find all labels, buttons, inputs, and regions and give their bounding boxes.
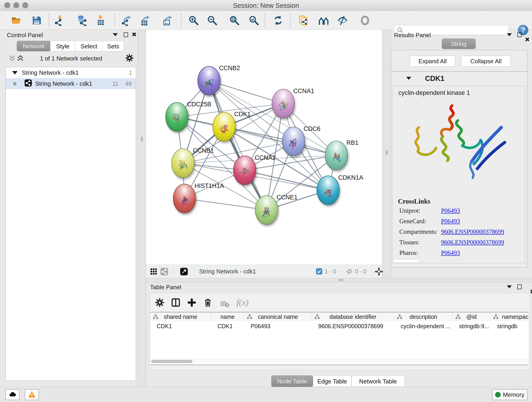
network-node-ccna1[interactable] bbox=[272, 89, 294, 118]
network-node-cdk1[interactable] bbox=[213, 112, 235, 141]
right-splitter[interactable] bbox=[382, 30, 391, 282]
memory-button[interactable]: Memory bbox=[492, 389, 527, 400]
control-panel-float-icon[interactable] bbox=[124, 32, 128, 37]
results-panel-close-icon[interactable] bbox=[525, 37, 529, 41]
cloud-status-button[interactable] bbox=[5, 389, 19, 400]
network-node-cdkn1a[interactable] bbox=[317, 176, 339, 205]
network-node-ccne1[interactable] bbox=[255, 196, 278, 224]
crosslink-link[interactable]: 9606.ENSP00000378699 bbox=[441, 239, 504, 246]
table-panel-title: Table Panel bbox=[150, 284, 181, 291]
tab-string[interactable]: String bbox=[442, 38, 476, 49]
export-image-icon[interactable] bbox=[162, 15, 173, 26]
table-panel-collapse-icon[interactable] bbox=[507, 285, 512, 288]
table-panel-float-icon[interactable] bbox=[517, 284, 522, 289]
create-column-icon[interactable] bbox=[187, 298, 196, 307]
selected-checkbox-icon[interactable] bbox=[316, 268, 322, 274]
collapse-all-networks-icon[interactable] bbox=[8, 54, 16, 63]
table-cell[interactable]: CDK1 bbox=[211, 322, 244, 331]
zoom-fit-icon[interactable] bbox=[229, 15, 240, 26]
open-session-icon[interactable] bbox=[11, 15, 22, 26]
delete-table-icon bbox=[220, 299, 230, 308]
import-network-icon[interactable] bbox=[54, 15, 65, 26]
crosslink-link[interactable]: P06493 bbox=[441, 207, 460, 214]
crosslink-link[interactable]: P06493 bbox=[441, 249, 460, 256]
tab-sets[interactable]: Sets bbox=[102, 41, 124, 51]
node-table[interactable]: shared namenamecanonical namedatabase id… bbox=[150, 312, 529, 365]
network-node-ccnb1[interactable] bbox=[172, 149, 194, 178]
left-splitter[interactable] bbox=[138, 30, 146, 387]
table-cell[interactable]: stringdb:9... bbox=[453, 322, 491, 331]
export-network-icon[interactable] bbox=[121, 15, 133, 26]
tab-network[interactable]: Network bbox=[17, 41, 51, 51]
expand-all-networks-icon[interactable] bbox=[17, 54, 24, 63]
results-panel-float-icon[interactable] bbox=[517, 32, 522, 37]
network-node-ccna2[interactable] bbox=[234, 156, 256, 185]
node-entry-header[interactable]: CDK1 bbox=[391, 71, 527, 86]
tab-network-table[interactable]: Network Table bbox=[351, 375, 405, 387]
network-options-gear-icon[interactable] bbox=[125, 54, 134, 62]
table-panel-close-icon[interactable] bbox=[530, 289, 532, 294]
zoom-out-icon[interactable] bbox=[207, 15, 218, 26]
network-node-hist1h1a[interactable] bbox=[173, 184, 196, 213]
tab-edge-table[interactable]: Edge Table bbox=[313, 375, 351, 387]
zoom-selected-icon[interactable] bbox=[248, 15, 259, 26]
tab-select[interactable]: Select bbox=[75, 41, 103, 51]
tab-style[interactable]: Style bbox=[50, 41, 75, 51]
column-header-description[interactable]: description bbox=[394, 313, 453, 321]
open-in-new-window-icon[interactable] bbox=[180, 268, 188, 277]
column-header-database-identifier[interactable]: database identifier bbox=[312, 313, 394, 321]
crosslink-link[interactable]: 9606.ENSP00000378699 bbox=[441, 228, 504, 235]
column-header-name[interactable]: name bbox=[211, 313, 244, 321]
table-cell[interactable]: CDK1 bbox=[150, 322, 211, 331]
expand-all-button[interactable]: Expand All bbox=[410, 56, 455, 67]
network-collection-row[interactable]: String Network - cdk1 1 bbox=[6, 67, 136, 78]
table-horizontal-scrollbar[interactable] bbox=[151, 359, 529, 364]
tab-node-table[interactable]: Node Table bbox=[271, 375, 313, 387]
crosslink-link[interactable]: P06493 bbox=[441, 218, 460, 225]
birdseye-navigator-icon[interactable] bbox=[375, 267, 383, 277]
copy-network-icon[interactable] bbox=[298, 15, 310, 26]
collapse-all-button[interactable]: Collapse All bbox=[461, 56, 511, 67]
network-edge[interactable] bbox=[209, 81, 266, 210]
window-title: Session: New Session bbox=[0, 2, 532, 9]
table-cell[interactable]: P06493 bbox=[244, 322, 312, 331]
save-session-icon[interactable] bbox=[31, 15, 42, 26]
table-cell[interactable]: cyclin-dependent ... bbox=[394, 322, 453, 331]
column-header-namespace[interactable]: namespace bbox=[491, 313, 529, 321]
entry-scrollbar[interactable] bbox=[393, 259, 418, 263]
horizontal-splitter[interactable] bbox=[146, 278, 532, 282]
network-node-ccnb2[interactable] bbox=[198, 66, 220, 95]
network-node-rb1[interactable] bbox=[325, 141, 348, 170]
table-options-gear-icon[interactable] bbox=[155, 298, 165, 307]
warnings-button[interactable] bbox=[25, 389, 39, 400]
import-table-icon[interactable] bbox=[95, 15, 106, 26]
apply-layout-icon[interactable] bbox=[273, 15, 284, 26]
first-neighbors-icon[interactable] bbox=[318, 15, 329, 26]
hide-selected-icon[interactable] bbox=[337, 15, 348, 26]
control-panel-collapse-icon[interactable] bbox=[113, 33, 118, 36]
column-header--id[interactable]: @id bbox=[453, 313, 491, 321]
show-columns-icon[interactable] bbox=[171, 298, 181, 307]
zoom-in-icon[interactable] bbox=[188, 15, 199, 26]
table-cell[interactable]: stringdb bbox=[491, 322, 529, 331]
entry-collapse-icon[interactable] bbox=[406, 77, 411, 80]
show-all-icon[interactable] bbox=[360, 15, 370, 26]
network-node-cdc6[interactable] bbox=[282, 127, 305, 156]
table-cell[interactable]: 9606.ENSP00000378699 bbox=[312, 322, 394, 331]
column-header-shared-name[interactable]: shared name bbox=[150, 313, 211, 321]
column-header-canonical-name[interactable]: canonical name bbox=[244, 313, 312, 321]
network-canvas[interactable]: CCNB2CCNA1CDC25BCDK1CDC6RB1CCNB1CCNA2CDK… bbox=[146, 30, 382, 265]
network-row-selected[interactable]: String Network - cdk1 11 48 bbox=[6, 78, 136, 89]
node-label-cdk1: CDK1 bbox=[234, 111, 251, 118]
control-panel-close-icon[interactable] bbox=[132, 32, 136, 36]
delete-column-icon[interactable] bbox=[203, 298, 213, 307]
collection-label: String Network - cdk1 bbox=[22, 69, 79, 76]
export-table-icon[interactable] bbox=[140, 15, 151, 26]
results-panel-collapse-icon[interactable] bbox=[507, 33, 512, 36]
network-share-view-icon[interactable] bbox=[160, 268, 168, 277]
grid-view-icon[interactable] bbox=[150, 268, 157, 276]
collection-expand-icon[interactable] bbox=[12, 71, 18, 75]
import-database-icon[interactable] bbox=[76, 15, 87, 26]
network-edge[interactable] bbox=[184, 198, 266, 210]
network-node-cdc25b[interactable] bbox=[166, 102, 188, 131]
